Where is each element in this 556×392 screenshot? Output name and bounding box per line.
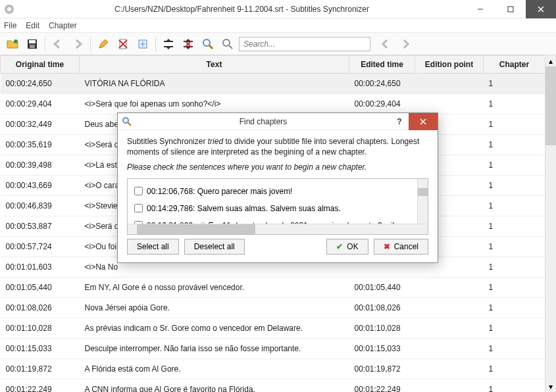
- edit-icon[interactable]: [95, 36, 112, 53]
- table-row[interactable]: 00:01:10,028As prévias indicam o Sr. Gor…: [1, 318, 545, 339]
- menu-chapter[interactable]: Chapter: [49, 21, 77, 30]
- cell-chapter[interactable]: 1: [484, 216, 545, 237]
- list-item[interactable]: 00:14:29,786: Salvem suas almas. Salvem …: [132, 200, 424, 217]
- cell-original-time[interactable]: 00:00:39,498: [1, 155, 80, 176]
- cell-text[interactable]: Nova Jérsei apóia Gore.: [80, 298, 349, 318]
- cell-original-time[interactable]: 00:00:57,724: [1, 237, 80, 257]
- cell-edited-time[interactable]: 00:01:05,440: [349, 278, 415, 298]
- nav-forward-icon[interactable]: [69, 36, 86, 53]
- split-chapter-icon[interactable]: [160, 36, 177, 53]
- cell-chapter[interactable]: 1: [484, 339, 545, 359]
- remove-chapter-icon[interactable]: [180, 36, 197, 53]
- cell-edition-point[interactable]: [415, 380, 484, 393]
- cell-chapter[interactable]: 1: [484, 318, 545, 339]
- close-button[interactable]: [526, 0, 556, 18]
- cell-text[interactable]: Desculpe interromper. Não faria isso se …: [80, 339, 349, 359]
- cell-original-time[interactable]: 00:01:08,026: [1, 298, 80, 318]
- cell-edited-time[interactable]: 00:01:19,872: [349, 359, 415, 380]
- minimize-button[interactable]: [465, 0, 495, 18]
- cell-text[interactable]: VITÓRIA NA FLÓRIDA: [80, 74, 349, 94]
- deselect-all-button[interactable]: Deselect all: [184, 239, 245, 255]
- chapter-checkbox[interactable]: [134, 187, 143, 195]
- scroll-up-icon[interactable]: ▴: [545, 55, 556, 66]
- cell-text[interactable]: A Flórida está com Al Gore.: [80, 359, 349, 380]
- table-vertical-scrollbar[interactable]: ▴ ▾: [545, 55, 556, 392]
- cell-original-time[interactable]: 00:00:53,887: [1, 216, 80, 237]
- header-text[interactable]: Text: [80, 56, 349, 74]
- list-horizontal-scrollbar[interactable]: [128, 224, 428, 234]
- search-icon[interactable]: [219, 36, 236, 53]
- nav-back-icon[interactable]: [49, 36, 66, 53]
- cell-chapter[interactable]: 1: [484, 359, 545, 380]
- cell-original-time[interactable]: 00:00:32,449: [1, 114, 80, 135]
- cell-edition-point[interactable]: [415, 74, 484, 94]
- list-vertical-scrollbar[interactable]: [417, 179, 428, 225]
- cell-original-time[interactable]: 00:01:05,440: [1, 278, 80, 298]
- table-row[interactable]: 00:01:22,249A CNN informa que Al Gore é …: [1, 380, 545, 393]
- search-input[interactable]: [239, 37, 370, 51]
- cell-chapter[interactable]: 1: [484, 380, 545, 393]
- open-file-icon[interactable]: [4, 36, 21, 53]
- search-next-icon[interactable]: [397, 36, 414, 53]
- cell-chapter[interactable]: 1: [484, 298, 545, 318]
- cell-text[interactable]: A CNN informa que Al Gore é favorito na …: [80, 380, 349, 393]
- adjust-icon[interactable]: [134, 36, 151, 53]
- cell-original-time[interactable]: 00:00:46,839: [1, 196, 80, 216]
- header-original-time[interactable]: Original time: [1, 56, 80, 74]
- cell-edition-point[interactable]: [415, 298, 484, 318]
- cell-edition-point[interactable]: [415, 359, 484, 380]
- cell-original-time[interactable]: 00:00:43,669: [1, 176, 80, 196]
- cell-original-time[interactable]: 00:00:24,650: [1, 74, 80, 94]
- cell-edition-point[interactable]: [415, 318, 484, 339]
- cell-edited-time[interactable]: 00:00:24,650: [349, 74, 415, 94]
- cell-original-time[interactable]: 00:00:35,619: [1, 135, 80, 155]
- cell-chapter[interactable]: 1: [484, 257, 545, 278]
- cell-text[interactable]: <i>Será que foi apenas um sonho?</i>: [80, 94, 349, 114]
- cell-original-time[interactable]: 00:01:22,249: [1, 380, 80, 393]
- dialog-close-button[interactable]: [409, 113, 438, 130]
- table-row[interactable]: 00:00:29,404<i>Será que foi apenas um so…: [1, 94, 545, 114]
- cell-chapter[interactable]: 1: [484, 114, 545, 135]
- cell-original-time[interactable]: 00:01:15,033: [1, 339, 80, 359]
- search-prev-icon[interactable]: [377, 36, 394, 53]
- list-item[interactable]: 00:12:06,768: Quero parecer mais jovem!: [132, 183, 424, 200]
- cell-chapter[interactable]: 1: [484, 155, 545, 176]
- table-row[interactable]: 00:01:05,440Em NY, Al Gore é o nosso pro…: [1, 278, 545, 298]
- cell-edited-time[interactable]: 00:00:29,404: [349, 94, 415, 114]
- scroll-down-icon[interactable]: ▾: [545, 381, 556, 392]
- maximize-button[interactable]: [495, 0, 526, 18]
- cancel-button[interactable]: ✖Cancel: [374, 239, 428, 255]
- menu-file[interactable]: File: [4, 21, 16, 30]
- table-row[interactable]: 00:01:19,872A Flórida está com Al Gore.0…: [1, 359, 545, 380]
- table-row[interactable]: 00:01:08,026Nova Jérsei apóia Gore.00:01…: [1, 298, 545, 318]
- delete-edition-point-icon[interactable]: [114, 36, 132, 53]
- cell-chapter[interactable]: 1: [484, 74, 545, 94]
- find-chapters-icon[interactable]: [199, 36, 216, 53]
- cell-chapter[interactable]: 1: [484, 278, 545, 298]
- ok-button[interactable]: ✔OK: [326, 239, 368, 255]
- chapter-checkbox[interactable]: [134, 204, 143, 212]
- cell-chapter[interactable]: 1: [484, 135, 545, 155]
- select-all-button[interactable]: Select all: [127, 239, 179, 255]
- table-row[interactable]: 00:00:24,650VITÓRIA NA FLÓRIDA00:00:24,6…: [1, 74, 545, 94]
- cell-chapter[interactable]: 1: [484, 176, 545, 196]
- header-edited-time[interactable]: Edited time: [349, 56, 415, 74]
- header-chapter[interactable]: Chapter: [484, 56, 545, 74]
- cell-edited-time[interactable]: 00:01:22,249: [349, 380, 415, 393]
- cell-chapter[interactable]: 1: [484, 94, 545, 114]
- cell-edition-point[interactable]: [415, 339, 484, 359]
- cell-original-time[interactable]: 00:01:10,028: [1, 318, 80, 339]
- save-icon[interactable]: [24, 36, 41, 53]
- cell-text[interactable]: Em NY, Al Gore é o nosso provável venced…: [80, 278, 349, 298]
- cell-chapter[interactable]: 1: [484, 237, 545, 257]
- scroll-thumb[interactable]: [545, 66, 556, 145]
- table-row[interactable]: 00:01:15,033Desculpe interromper. Não fa…: [1, 339, 545, 359]
- cell-original-time[interactable]: 00:01:01,603: [1, 257, 80, 278]
- cell-original-time[interactable]: 00:01:19,872: [1, 359, 80, 380]
- cell-edited-time[interactable]: 00:01:15,033: [349, 339, 415, 359]
- dialog-help-button[interactable]: ?: [390, 117, 409, 126]
- cell-edited-time[interactable]: 00:01:08,026: [349, 298, 415, 318]
- cell-edited-time[interactable]: 00:01:10,028: [349, 318, 415, 339]
- header-edition-point[interactable]: Edition point: [415, 56, 484, 74]
- cell-edition-point[interactable]: [415, 278, 484, 298]
